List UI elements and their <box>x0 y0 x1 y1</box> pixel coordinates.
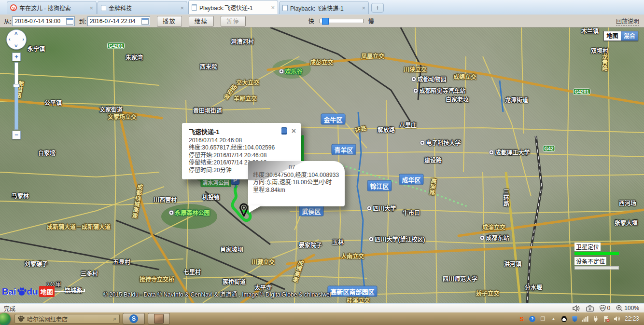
network-signal-icon[interactable] <box>582 315 589 323</box>
sogou-tray-icon[interactable]: S <box>518 315 525 323</box>
map-label: 成渝立交 <box>482 223 505 231</box>
position-pin-icon[interactable] <box>238 203 249 217</box>
browser-tab[interactable]: S车在这儿 - 搜狗搜索× <box>7 1 97 14</box>
tab-close-icon[interactable]: × <box>362 4 365 12</box>
zoom-slider-track[interactable] <box>14 62 18 130</box>
speed-fast-label: 快 <box>308 17 314 25</box>
calendar-icon[interactable] <box>141 18 149 25</box>
continue-button[interactable]: 继续 <box>189 16 214 27</box>
page-zoom-icon[interactable] <box>616 305 623 311</box>
map-label: 公平镇 <box>44 98 62 107</box>
from-date-input[interactable] <box>12 16 75 26</box>
zoom-out-button[interactable]: − <box>12 131 21 139</box>
poi-icon <box>279 69 284 74</box>
map-label: 交大立交 <box>236 78 259 86</box>
map-label: 三环路 <box>502 189 510 206</box>
speed-slider[interactable] <box>319 19 364 23</box>
browser-tab[interactable]: Playback:飞速快递-1× <box>279 1 369 14</box>
map-label: 金牛区 <box>321 114 345 125</box>
hidden-icons-icon[interactable]: ▲ <box>550 315 557 323</box>
calendar-icon[interactable] <box>66 18 73 25</box>
map-label: 朱家湾 <box>126 53 143 61</box>
qq-icon[interactable] <box>560 315 568 323</box>
map-label: 川西营村 <box>154 195 177 203</box>
volume-icon[interactable] <box>614 315 621 323</box>
poi-icon <box>369 237 374 242</box>
pan-right-icon[interactable]: › <box>22 36 24 42</box>
pan-up-icon[interactable]: ˄ <box>14 30 17 36</box>
map-canvas[interactable]: 木兰镇永宁镇G4201G4201双坝村龙青路洞漕河村朱家湾西来院成彭立交凤凰立交… <box>0 27 644 303</box>
map-label: 机投镇 <box>202 193 220 201</box>
map-label: 成彭立交 <box>310 58 333 66</box>
page-favicon <box>282 5 288 11</box>
taskbar-search-box[interactable]: 哈尔滨网红老店 ⌕ <box>14 314 120 324</box>
map-label: 双坝村 <box>591 46 608 54</box>
map-label: 玉林 <box>332 238 344 246</box>
taskbar-clock[interactable]: 22:23 <box>625 315 639 322</box>
security-shield-icon[interactable] <box>571 315 578 323</box>
popup-line: 停留开始:2016/07/14 20:46:08 <box>189 152 295 160</box>
baidu-paw-icon <box>17 287 27 296</box>
ad-block-shield-icon[interactable]: AD <box>600 305 606 311</box>
map-label: 四川大学(望江校区) <box>369 235 425 243</box>
browser-tab[interactable]: Playback:飞速快递-1× <box>188 0 278 14</box>
close-icon[interactable]: × <box>292 128 296 134</box>
map-label: 武侯区 <box>299 205 323 217</box>
to-date-input[interactable] <box>87 16 150 26</box>
map-type-hybrid-button[interactable]: 混合 <box>621 31 638 41</box>
device-phone-icon[interactable] <box>281 127 287 135</box>
poi-icon <box>479 235 485 241</box>
browser-status-bar: 完成 AD 0 <box>0 303 644 312</box>
playback-toolbar: 从: 到: 播放 继续 暂停 快 慢 回放说明 <box>0 14 644 27</box>
map-type-plain-button[interactable]: 地图 <box>603 31 621 41</box>
pan-down-icon[interactable]: ˅ <box>14 43 17 49</box>
map-label: 四川大学 <box>366 204 396 212</box>
tab-close-icon[interactable]: × <box>89 4 93 12</box>
poi-icon <box>420 140 425 146</box>
speed-slider-handle[interactable] <box>322 18 329 25</box>
map-label: 桂溪立交 <box>347 296 370 303</box>
map-copyright: © 2015 Baidu - Data © NavInfo & CenNavi … <box>103 290 331 298</box>
tab-title: 车在这儿 - 搜狗搜索 <box>19 4 87 12</box>
page-favicon <box>192 4 197 11</box>
pause-button[interactable]: 暂停 <box>221 16 246 27</box>
map-label: 欢乐谷 <box>279 67 302 75</box>
action-center-flag-icon[interactable] <box>603 315 610 323</box>
point-info-popup: 07 纬度:30.647500,经度:104.008933方向:东南,速度:18… <box>248 161 345 206</box>
repair-toolbox-icon[interactable] <box>586 305 594 311</box>
baidu-logo: Bai du 地图 <box>2 286 55 297</box>
window-restore-icon[interactable]: ❐ <box>539 315 546 323</box>
tab-title: Playback:飞速快递-1 <box>199 3 269 12</box>
map-label: 成新蒲大道－成新蒲大道 <box>47 222 111 230</box>
map-label: G42 <box>543 146 555 152</box>
map-pan-control[interactable]: ˄ ˅ ‹ › <box>6 29 27 50</box>
play-button[interactable]: 播放 <box>157 16 182 27</box>
to-date-wrap <box>87 16 150 26</box>
poi-icon <box>366 206 372 211</box>
poi-icon <box>489 150 494 155</box>
map-label: 电子科技大学 <box>420 138 461 147</box>
playback-help-link[interactable]: 回放说明 <box>616 17 639 26</box>
zoom-in-button[interactable]: + <box>12 53 21 61</box>
pan-left-icon[interactable]: ‹ <box>9 36 11 42</box>
taskbar-app-photo[interactable] <box>148 313 170 325</box>
stop-marker-tail <box>235 185 236 188</box>
browser-tab[interactable]: 金牌科技× <box>98 1 187 14</box>
tab-bar: S车在这儿 - 搜狗搜索×金牌科技×Playback:飞速快递-1×Playba… <box>0 0 644 14</box>
tab-close-icon[interactable]: × <box>271 4 275 11</box>
legend-nofix-label: 设备不定位 <box>574 257 606 265</box>
power-plug-icon[interactable] <box>592 315 600 323</box>
legend-nofix-bar <box>574 266 619 270</box>
taskbar-app-sogou[interactable]: S <box>123 313 145 325</box>
map-label: 高新区南部园区 <box>327 286 377 297</box>
baidu-paw-icon <box>17 315 25 322</box>
map-label: 白家塝 <box>38 149 56 157</box>
popup-line: 纬度:30.657817,经度:104.002596 <box>189 144 295 152</box>
start-button[interactable] <box>0 313 11 325</box>
mute-speaker-icon[interactable] <box>573 305 580 311</box>
zoom-slider-handle[interactable] <box>13 84 20 87</box>
help-icon[interactable]: ? <box>529 315 536 323</box>
new-tab-button[interactable]: + <box>371 3 384 13</box>
poi-icon <box>168 210 174 216</box>
tab-close-icon[interactable]: × <box>180 4 184 12</box>
